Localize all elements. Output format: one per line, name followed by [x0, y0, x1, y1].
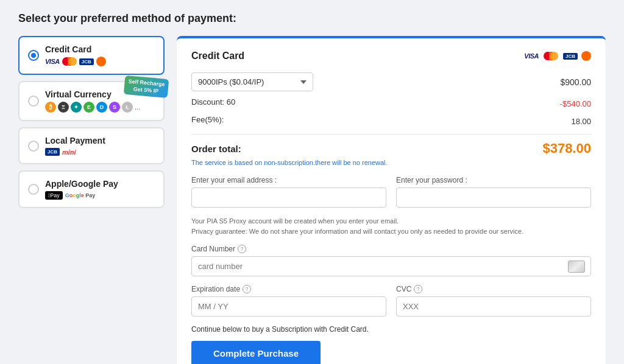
- radio-virtual-currency: [28, 96, 39, 107]
- xrp-icon: ✦: [71, 102, 82, 113]
- fee-row: Fee(5%): 18.00: [191, 115, 591, 128]
- more-icon: ...: [135, 103, 140, 111]
- card-number-group: Card Number ?: [191, 245, 591, 276]
- order-total-amount: $378.00: [542, 141, 591, 156]
- payment-option-local-payment[interactable]: Local Payment JCB mini: [18, 127, 165, 164]
- expiry-input[interactable]: [191, 296, 386, 317]
- payment-panel: Credit Card VISA JCB 9000IPs ($0.04/IP) …: [177, 36, 606, 364]
- email-label: Enter your email address :: [191, 176, 386, 184]
- jcb-icon: JCB: [79, 58, 94, 65]
- card-number-label: Card Number ?: [191, 245, 591, 253]
- local-payment-icons: JCB mini: [45, 148, 155, 156]
- password-input[interactable]: [396, 187, 591, 208]
- radio-apple-google-pay: [28, 184, 39, 195]
- page-container: Select your preferred method of payment:…: [18, 12, 606, 364]
- apple-google-pay-content: Apple/Google Pay Pay Google Pay: [45, 179, 155, 200]
- panel-mastercard-icon: [544, 51, 558, 61]
- discover-icon: [96, 57, 106, 66]
- cvc-label: CVC ?: [396, 285, 591, 293]
- card-number-wrapper: [191, 256, 591, 276]
- btc-icon: ₿: [45, 102, 56, 113]
- self-recharge-badge: Self RechargeGet 5% IP: [124, 75, 169, 99]
- email-input[interactable]: [191, 187, 386, 208]
- credit-card-label: Credit Card: [45, 44, 155, 54]
- plan-select[interactable]: 9000IPs ($0.04/IP): [191, 72, 313, 91]
- fee-amount: 18.00: [571, 117, 591, 126]
- visa-icon: VISA: [45, 58, 60, 65]
- discount-amount: -$540.00: [560, 99, 591, 108]
- continue-note: Continue below to buy a Subscription wit…: [191, 325, 591, 334]
- credit-card-icons: VISA JCB: [45, 57, 155, 66]
- cvc-info-icon[interactable]: ?: [414, 285, 422, 293]
- order-total-label: Order total:: [191, 144, 241, 154]
- expiry-label: Expiration date ?: [191, 285, 386, 293]
- radio-local-payment: [28, 141, 39, 152]
- password-group: Enter your password :: [396, 176, 591, 208]
- fee-label: Fee(5%):: [191, 115, 224, 124]
- google-pay-icon: Google Pay: [65, 192, 96, 198]
- apple-pay-icon: Pay: [45, 191, 63, 200]
- discount-row: Discount: 60 -$540.00: [191, 97, 591, 110]
- order-total-section: Order total: $378.00: [191, 141, 591, 156]
- email-group: Enter your email address :: [191, 176, 386, 208]
- payment-option-credit-card[interactable]: Credit Card VISA JCB: [18, 36, 165, 75]
- divider: [191, 134, 591, 135]
- complete-purchase-button[interactable]: Complete Purchase: [191, 341, 321, 364]
- payment-methods-list: Credit Card VISA JCB Virtual Currency: [18, 36, 165, 208]
- card-number-input[interactable]: [191, 256, 591, 276]
- discount-label: Discount: 60: [191, 97, 235, 107]
- crypto-icons: ₿ Ξ ✦ Ε D S Ł ...: [45, 102, 155, 113]
- plan-row: 9000IPs ($0.04/IP) $900.00: [191, 72, 591, 91]
- local-payment-content: Local Payment JCB mini: [45, 136, 155, 156]
- panel-jcb-icon: JCB: [563, 53, 578, 60]
- local-mini-icon: mini: [62, 149, 76, 156]
- panel-header: Credit Card VISA JCB: [191, 51, 591, 61]
- privacy-note: Your PIA S5 Proxy account will be create…: [191, 216, 591, 236]
- eth-icon: Ξ: [58, 102, 69, 113]
- page-title: Select your preferred method of payment:: [18, 12, 606, 25]
- card-number-info-icon[interactable]: ?: [238, 245, 246, 253]
- password-label: Enter your password :: [396, 176, 591, 184]
- dash-icon: D: [96, 102, 107, 113]
- credit-card-content: Credit Card VISA JCB: [45, 44, 155, 66]
- base-amount: $900.00: [560, 77, 591, 87]
- panel-discover-icon: [581, 51, 591, 61]
- card-chip-icon: [568, 261, 585, 273]
- panel-card-icons: VISA JCB: [524, 51, 591, 61]
- payment-option-apple-google-pay[interactable]: Apple/Google Pay Pay Google Pay: [18, 170, 165, 208]
- panel-visa-icon: VISA: [524, 52, 539, 60]
- apple-google-pay-label: Apple/Google Pay: [45, 179, 155, 189]
- expiry-cvc-row: Expiration date ? CVC ?: [191, 285, 591, 317]
- cvc-input[interactable]: [396, 296, 591, 317]
- ltc-icon: Ł: [122, 102, 133, 113]
- sol-icon: S: [109, 102, 120, 113]
- panel-title: Credit Card: [191, 51, 244, 61]
- apple-google-icons: Pay Google Pay: [45, 191, 155, 200]
- cvc-group: CVC ?: [396, 285, 591, 317]
- credentials-row: Enter your email address : Enter your pa…: [191, 176, 591, 208]
- mastercard-icon: [62, 57, 77, 66]
- etc-icon: Ε: [83, 102, 94, 113]
- expiry-info-icon[interactable]: ?: [243, 285, 251, 293]
- expiry-group: Expiration date ?: [191, 285, 386, 317]
- payment-option-virtual-currency[interactable]: Virtual Currency ₿ Ξ ✦ Ε D S Ł ... Self …: [18, 81, 165, 121]
- main-layout: Credit Card VISA JCB Virtual Currency: [18, 36, 606, 364]
- local-jcb-icon: JCB: [45, 148, 60, 156]
- radio-credit-card: [28, 50, 39, 61]
- no-renewal-note: The service is based on non-subscription…: [191, 159, 591, 166]
- local-payment-label: Local Payment: [45, 136, 155, 145]
